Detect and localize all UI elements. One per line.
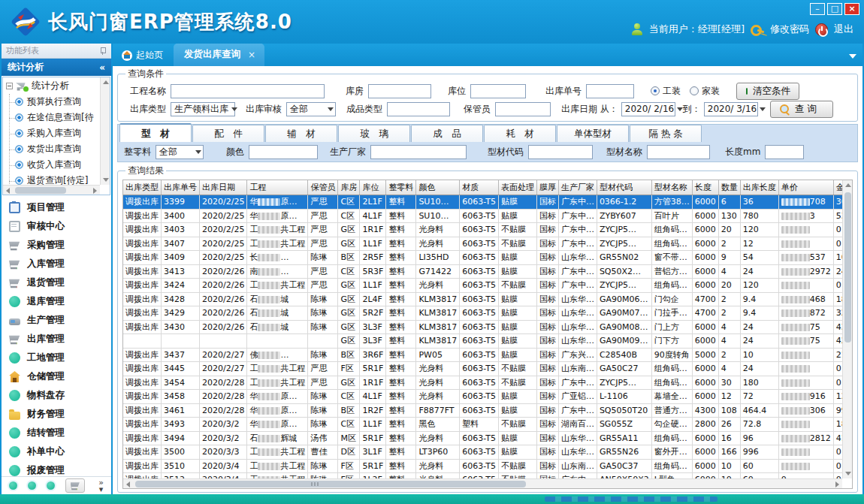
table-row[interactable]: 调拨出库35102020/3/4工共工程陈琳F区5R1F整料光身料6063-T5…: [123, 459, 842, 473]
column-header-整零料[interactable]: 整零料: [386, 180, 416, 195]
sidebar-item-退货管理[interactable]: 退货管理: [2, 273, 111, 292]
column-header-金额[interactable]: 金额: [833, 180, 842, 195]
table-row[interactable]: 调拨出库34242020/2/26工共工程严思G区1L1F整料光身料6063-T…: [123, 279, 842, 293]
tab-shipping-query[interactable]: 发货出库查询 ×: [174, 44, 264, 66]
date-from-select[interactable]: 2020/ 2/16: [621, 102, 675, 116]
column-header-颜色[interactable]: 颜色: [416, 180, 460, 195]
sidebar-item-报废管理[interactable]: 报废管理: [2, 461, 111, 476]
close-button[interactable]: ×: [844, 3, 859, 15]
column-header-库房[interactable]: 库房: [338, 180, 360, 195]
table-row[interactable]: 调拨出库34132020/2/26南…严思C区5R3F整料G714226063-…: [123, 264, 842, 279]
sidebar-item-仓储管理[interactable]: 仓储管理: [2, 367, 111, 386]
tab-home[interactable]: 起始页: [116, 49, 174, 66]
sidebar-item-生产管理[interactable]: 生产管理: [2, 311, 111, 330]
pin-icon[interactable]: [99, 47, 107, 55]
sidebar-item-财务管理[interactable]: 财务管理: [2, 405, 111, 424]
tree-vertical-scrollbar[interactable]: [100, 77, 110, 185]
sidebar-item-退库管理[interactable]: 退库管理: [2, 292, 111, 311]
home-radio-label[interactable]: 家装: [702, 85, 720, 98]
material-tab-成品[interactable]: 成 品: [411, 125, 483, 142]
industrial-radio[interactable]: [651, 86, 660, 95]
table-row[interactable]: 调拨出库34092020/2/25长…陈琳B区2R5F整料LI35HD6063-…: [123, 251, 842, 265]
clear-conditions-button[interactable]: 清空条件: [736, 83, 799, 100]
tab-list-dropdown-icon[interactable]: [849, 54, 856, 59]
sidebar-item-补单中心[interactable]: 补单中心: [2, 442, 111, 461]
color-input[interactable]: [249, 145, 318, 159]
scroll-thumb[interactable]: [844, 192, 851, 343]
tab-close-icon[interactable]: ×: [248, 50, 255, 60]
scroll-down-icon[interactable]: [845, 472, 851, 475]
column-header-生产厂家[interactable]: 生产厂家: [558, 180, 597, 195]
sidebar-item-采购管理[interactable]: 采购管理: [2, 236, 111, 255]
table-row[interactable]: 调拨出库34292020/2/26石城陈琳G区5R2F整料KLM38176063…: [123, 306, 842, 321]
location-input[interactable]: [470, 84, 526, 98]
profile-code-input[interactable]: [528, 145, 593, 159]
order-no-input[interactable]: [586, 84, 634, 98]
tree-item-采购入库查询[interactable]: 采购入库查询: [3, 125, 100, 141]
material-tab-型材[interactable]: 型 材: [119, 123, 192, 142]
material-tab-隔热条[interactable]: 隔 热 条: [630, 125, 702, 142]
material-tab-单体型材[interactable]: 单体型材: [557, 125, 629, 142]
column-header-膜厚[interactable]: 膜厚: [536, 180, 558, 195]
length-input[interactable]: [765, 145, 804, 159]
table-row[interactable]: 调拨出库34072020/2/25工共工程严思G区1L1F整料光身料6063-T…: [123, 237, 842, 251]
sidebar-item-入库管理[interactable]: 入库管理: [2, 255, 111, 273]
scroll-left-icon[interactable]: [126, 481, 130, 487]
material-tab-配件[interactable]: 配 件: [192, 125, 264, 142]
table-row[interactable]: 调拨出库34282020/2/26石城陈琳G区2L4F整料KLM38176063…: [123, 292, 842, 306]
collapse-node-icon[interactable]: [6, 83, 13, 89]
industrial-radio-label[interactable]: 工装: [663, 85, 681, 98]
minimize-button[interactable]: –: [810, 3, 825, 15]
column-header-出库单号[interactable]: 出库单号: [162, 180, 200, 195]
table-row[interactable]: 调拨出库33992020/2/25华原…严思C区2L1F整料SU10…6063-…: [123, 195, 842, 210]
material-tab-耗材[interactable]: 耗 材: [484, 125, 556, 142]
sidebar-item-结转管理[interactable]: 结转管理: [2, 424, 111, 442]
keeper-input[interactable]: [495, 102, 551, 116]
date-to-select[interactable]: 2020/ 3/16: [704, 102, 758, 116]
tree-item-发货出库查询[interactable]: 发货出库查询: [3, 141, 100, 157]
column-header-出库类型[interactable]: 出库类型: [123, 180, 162, 195]
sidebar-item-工地管理[interactable]: 工地管理: [2, 349, 111, 367]
column-header-单价[interactable]: 单价: [778, 180, 833, 195]
tree-item-收货入库查询[interactable]: 收货入库查询: [3, 157, 100, 173]
column-header-库位[interactable]: 库位: [360, 180, 386, 195]
scroll-thumb[interactable]: [135, 481, 526, 487]
change-password-link[interactable]: 修改密码: [770, 23, 809, 36]
table-vertical-scrollbar[interactable]: [842, 180, 852, 478]
factory-input[interactable]: [370, 145, 467, 159]
scroll-up-icon[interactable]: [845, 183, 851, 187]
sidebar-item-物料盘存[interactable]: 物料盘存: [2, 386, 111, 405]
column-header-出库长度[interactable]: 出库长度: [740, 180, 778, 195]
sidebar-item-出库管理[interactable]: 出库管理: [2, 330, 111, 349]
scroll-up-icon[interactable]: [103, 80, 109, 84]
tree-root[interactable]: 统计分析: [3, 77, 100, 94]
maximize-button[interactable]: □: [827, 3, 842, 15]
column-header-材质[interactable]: 材质: [460, 180, 499, 195]
table-row[interactable]: 调拨出库34032020/2/25工共工程严思G区1R1F整料光身料6063-T…: [123, 223, 842, 237]
table-row[interactable]: 调拨出库34932020/3/2华原…陈琳C区1L1F整料黑色塑料不贴膜国标湖南…: [123, 418, 842, 432]
warehouse-input[interactable]: [368, 84, 431, 98]
column-header-出库日期[interactable]: 出库日期: [200, 180, 247, 195]
column-header-型材名称[interactable]: 型材名称: [651, 180, 692, 195]
scroll-down-icon[interactable]: [103, 178, 109, 182]
dot-icon[interactable]: [47, 481, 55, 490]
dot-icon[interactable]: [9, 481, 17, 490]
dot-icon[interactable]: [28, 481, 36, 490]
scroll-right-icon[interactable]: [835, 481, 839, 487]
audit-select[interactable]: 全部: [286, 102, 336, 116]
cart-shortcut-button[interactable]: [65, 478, 85, 493]
table-row[interactable]: 调拨出库34452020/2/27工共工程严思F区5R1F整料光身料6063-T…: [123, 362, 842, 376]
column-header-表面处理[interactable]: 表面处理: [498, 180, 536, 195]
material-tab-玻璃[interactable]: 玻 璃: [338, 125, 410, 142]
table-row[interactable]: 调拨出库34942020/3/2石辉城汤伟M区5R1F整料光身料6063-T5贴…: [123, 431, 842, 445]
sidebar-item-项目管理[interactable]: 项目管理: [2, 198, 111, 217]
table-row[interactable]: 调拨出库34542020/2/28工共工程严思G区1R1F整料光身料6063-T…: [123, 376, 842, 390]
tree-item-预算执行查询[interactable]: 预算执行查询: [3, 94, 100, 110]
tree-horizontal-scrollbar[interactable]: [3, 185, 100, 195]
table-row[interactable]: 调拨出库35122020/3/4工共工程陈琳F区1L2F整料光身料6063-T5…: [123, 473, 842, 479]
scroll-right-icon[interactable]: [93, 188, 97, 194]
project-name-input[interactable]: [171, 84, 325, 98]
home-radio[interactable]: [690, 86, 699, 95]
logout-link[interactable]: 退出: [834, 23, 853, 36]
table-row[interactable]: 调拨出库34582020/2/28华原…陈琳C区4L1F整料光身料6063-T5…: [123, 390, 842, 404]
